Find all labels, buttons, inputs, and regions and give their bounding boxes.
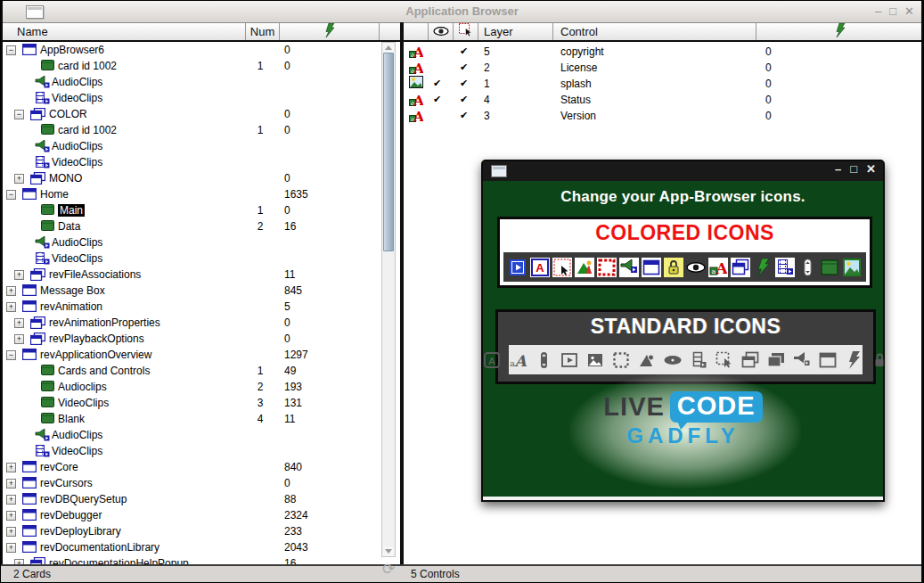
- tree-label[interactable]: revAnimationProperties: [49, 316, 160, 329]
- tree-label[interactable]: revDBQuerySetup: [40, 493, 127, 505]
- tree-row[interactable]: VideoClips: [3, 154, 400, 170]
- tree-row[interactable]: AudioClips: [3, 74, 400, 90]
- tree-row[interactable]: −AppBrowser60: [3, 42, 400, 58]
- tree-row[interactable]: +revFileAssociations11: [3, 267, 400, 283]
- expander-expanded-icon[interactable]: −: [6, 45, 16, 55]
- selectable-check[interactable]: ✔: [460, 78, 468, 89]
- tree-row[interactable]: Blank411: [3, 411, 400, 427]
- tree-row[interactable]: +revDeployLibrary233: [3, 523, 400, 539]
- expander-collapsed-icon[interactable]: +: [14, 318, 24, 328]
- expander-expanded-icon[interactable]: −: [14, 110, 24, 119]
- scrollbar-thumb[interactable]: [383, 53, 394, 251]
- tree-row[interactable]: +Message Box845: [3, 283, 400, 299]
- column-header-visible[interactable]: [429, 22, 454, 40]
- tree-label[interactable]: MONO: [49, 172, 82, 185]
- tree-label[interactable]: VideoClips: [52, 156, 102, 168]
- expander-collapsed-icon[interactable]: +: [6, 479, 16, 489]
- expander-expanded-icon[interactable]: −: [6, 190, 16, 200]
- minimize-button[interactable]: –: [875, 3, 881, 21]
- tree-label[interactable]: COLOR: [49, 108, 87, 120]
- tree-row[interactable]: +revDocumentationLibrary2043: [3, 539, 400, 555]
- tree-row[interactable]: +revCore840: [3, 459, 400, 475]
- tree-label[interactable]: AudioClips: [52, 429, 102, 441]
- column-header-control[interactable]: Control: [553, 22, 756, 40]
- tree-label[interactable]: Cards and Controls: [58, 365, 150, 377]
- column-header-script[interactable]: [280, 22, 380, 40]
- tree-row[interactable]: +revPlaybackOptions0: [3, 331, 400, 347]
- visible-check[interactable]: ✔: [433, 94, 441, 105]
- control-row[interactable]: ✔✔1splash0: [404, 76, 923, 92]
- tree-label[interactable]: revDocumentationLibrary: [40, 541, 159, 554]
- tree-label[interactable]: AudioClips: [52, 76, 102, 88]
- control-row[interactable]: aA✔5copyright0: [404, 44, 923, 60]
- tree-row[interactable]: +MONO0: [3, 170, 400, 186]
- tree-row[interactable]: card id 100210: [3, 58, 400, 74]
- selectable-check[interactable]: ✔: [460, 110, 468, 121]
- expander-collapsed-icon[interactable]: +: [6, 495, 16, 505]
- tree-label[interactable]: revFileAssociations: [49, 268, 141, 281]
- expander-collapsed-icon[interactable]: +: [6, 543, 16, 553]
- tree-label[interactable]: revAnimation: [40, 300, 102, 313]
- expander-collapsed-icon[interactable]: +: [6, 463, 16, 472]
- tree-row[interactable]: card id 100210: [3, 122, 400, 138]
- tree-row[interactable]: VideoClips: [3, 443, 400, 459]
- selectable-check[interactable]: ✔: [460, 62, 468, 73]
- tree-label[interactable]: VideoClips: [52, 252, 102, 265]
- tree-row[interactable]: +revCursors0: [3, 475, 400, 491]
- tree-row[interactable]: +revDBQuerySetup88: [3, 491, 400, 507]
- tree-label[interactable]: AudioClips: [52, 140, 102, 152]
- tree-row[interactable]: AudioClips: [3, 427, 400, 443]
- expander-expanded-icon[interactable]: −: [6, 350, 16, 360]
- tree-label[interactable]: Data: [58, 220, 80, 233]
- selectable-check[interactable]: ✔: [460, 94, 468, 105]
- scroll-up-icon[interactable]: [383, 43, 394, 53]
- column-header-type[interactable]: [404, 22, 429, 40]
- tree-label[interactable]: revApplicationOverview: [40, 349, 151, 361]
- column-header-layer[interactable]: Layer: [478, 22, 553, 40]
- refresh-icon[interactable]: ⟳: [380, 561, 397, 579]
- tree-row[interactable]: +revDebugger2324: [3, 507, 400, 523]
- titlebar[interactable]: Application Browser –□✕: [1, 1, 923, 23]
- tree-label[interactable]: Main: [58, 204, 85, 217]
- expander-collapsed-icon[interactable]: +: [14, 334, 24, 344]
- column-header-select[interactable]: [454, 22, 478, 40]
- selectable-check[interactable]: ✔: [460, 45, 468, 57]
- column-header-script-right[interactable]: [756, 22, 923, 40]
- tree-row[interactable]: +revAnimationProperties0: [3, 315, 400, 331]
- tree-row[interactable]: −Home1635: [3, 186, 400, 202]
- expander-collapsed-icon[interactable]: +: [6, 527, 16, 537]
- close-button[interactable]: ✕: [866, 162, 876, 176]
- column-header-num[interactable]: Num: [246, 22, 280, 40]
- tree-label[interactable]: Audioclips: [58, 381, 107, 393]
- maximize-button[interactable]: □: [850, 162, 857, 176]
- tree-label[interactable]: VideoClips: [58, 397, 109, 409]
- visible-check[interactable]: ✔: [433, 78, 441, 89]
- tree-row[interactable]: VideoClips: [3, 90, 400, 106]
- tree-label[interactable]: VideoClips: [52, 445, 102, 457]
- close-button[interactable]: ✕: [904, 3, 914, 21]
- expander-collapsed-icon[interactable]: +: [6, 286, 16, 296]
- tree-row[interactable]: Main10: [3, 202, 400, 218]
- tree-row[interactable]: Data216: [3, 218, 400, 234]
- tree-label[interactable]: Home: [40, 188, 69, 201]
- scroll-down-icon[interactable]: [383, 546, 394, 556]
- tree-row[interactable]: −COLOR0: [3, 106, 400, 122]
- tree-label[interactable]: revCore: [40, 461, 78, 473]
- tree-label[interactable]: card id 1002: [58, 60, 117, 72]
- tree-label[interactable]: card id 1002: [58, 124, 117, 136]
- dialog-titlebar[interactable]: –□✕: [483, 161, 883, 181]
- maximize-button[interactable]: □: [889, 3, 896, 21]
- expander-collapsed-icon[interactable]: +: [14, 174, 24, 184]
- expander-collapsed-icon[interactable]: +: [6, 302, 16, 312]
- vertical-scrollbar[interactable]: [381, 42, 396, 557]
- tree-row[interactable]: Cards and Controls149: [3, 363, 400, 379]
- tree-row[interactable]: AudioClips: [3, 138, 400, 154]
- tree-label[interactable]: AppBrowser6: [40, 44, 104, 56]
- column-header-name[interactable]: Name: [3, 22, 246, 40]
- tree-row[interactable]: VideoClips: [3, 250, 400, 267]
- expander-collapsed-icon[interactable]: +: [14, 270, 24, 280]
- tree-row[interactable]: VideoClips3131: [3, 395, 400, 411]
- control-row[interactable]: aA✔✔4Status0: [404, 92, 923, 108]
- control-row[interactable]: aA✔3Version0: [404, 108, 923, 124]
- expander-collapsed-icon[interactable]: +: [6, 511, 16, 521]
